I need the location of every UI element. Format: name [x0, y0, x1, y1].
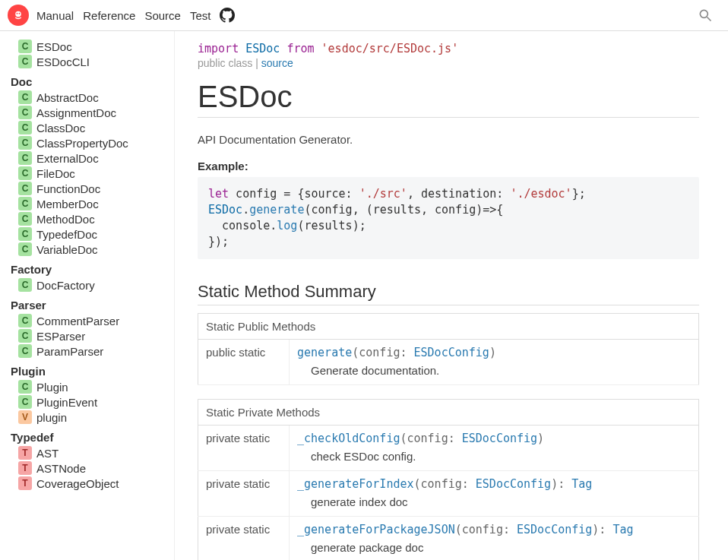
kind-badge: C	[18, 90, 32, 104]
sidebar-item-label: MemberDoc	[36, 198, 99, 210]
sidebar-item-label: AbstractDoc	[36, 91, 99, 104]
sidebar-item[interactable]: CESDocCLI	[9, 54, 168, 69]
section-static-methods: Static Method Summary	[198, 282, 699, 305]
sidebar-item-label: FunctionDoc	[36, 182, 100, 195]
svg-line-4	[707, 17, 711, 21]
sidebar-item-label: plugin	[36, 411, 67, 424]
search-icon[interactable]	[698, 8, 713, 23]
sidebar-item[interactable]: CPlugin	[9, 379, 168, 394]
kind-badge: C	[18, 395, 32, 409]
sidebar-item-label: ESDoc	[36, 40, 72, 53]
sidebar-item[interactable]: CClassDoc	[9, 120, 168, 135]
source-link[interactable]: source	[261, 57, 293, 69]
main-content: import ESDoc from 'esdoc/src/ESDoc.js' p…	[175, 31, 722, 560]
sidebar-item[interactable]: CMemberDoc	[9, 196, 168, 211]
sidebar-item[interactable]: TCoverageObject	[9, 476, 168, 491]
sidebar-item[interactable]: CFileDoc	[9, 166, 168, 181]
nav-test[interactable]: Test	[190, 9, 211, 22]
sidebar-item[interactable]: CAssignmentDoc	[9, 105, 168, 120]
sidebar-item-label: MethodDoc	[36, 213, 95, 226]
kind-badge: C	[18, 380, 32, 394]
kind-badge: C	[18, 136, 32, 150]
sidebar-item[interactable]: CMethodDoc	[9, 211, 168, 226]
method-access: private static	[198, 426, 290, 471]
svg-point-1	[17, 13, 18, 14]
method-access: private static	[198, 471, 290, 517]
nav-source[interactable]: Source	[144, 9, 181, 22]
method-signature[interactable]: _generateForPackageJSON(config: ESDocCon…	[297, 523, 691, 536]
page-title: ESDoc	[198, 80, 699, 118]
sidebar-item[interactable]: TASTNode	[9, 460, 168, 476]
method-signature[interactable]: _checkOldConfig(config: ESDocConfig)	[297, 432, 691, 445]
sidebar-item-label: ClassDoc	[36, 122, 85, 134]
kind-badge: C	[18, 344, 32, 358]
sidebar-item-label: ESDocCLI	[36, 55, 90, 68]
method-signature[interactable]: _generateForIndex(config: ESDocConfig): …	[297, 477, 691, 491]
nav-manual[interactable]: Manual	[36, 9, 74, 22]
method-description: generate package doc	[311, 541, 691, 554]
sidebar-item[interactable]: CClassPropertyDoc	[9, 135, 168, 150]
sidebar-item-label: CoverageObject	[36, 477, 119, 490]
kind-badge: C	[18, 166, 32, 180]
sidebar-item[interactable]: CParamParser	[9, 343, 168, 359]
sidebar-item-label: ParamParser	[36, 345, 103, 358]
kind-badge: T	[18, 446, 32, 460]
method-access: public static	[198, 340, 290, 385]
sidebar-item-label: ASTNode	[36, 462, 86, 475]
public-caption: Static Public Methods	[198, 314, 699, 340]
sidebar: CESDocCESDocCLIDocCAbstractDocCAssignmen…	[0, 31, 175, 560]
kind-badge: C	[18, 121, 32, 134]
nav-reference[interactable]: Reference	[83, 9, 135, 22]
sidebar-item-label: AST	[36, 447, 59, 460]
method-description: Generate documentation.	[311, 364, 691, 377]
kind-badge: C	[18, 151, 32, 165]
sidebar-item-label: ESParser	[36, 330, 85, 343]
sidebar-item[interactable]: CAbstractDoc	[9, 90, 168, 105]
sidebar-item-label: DocFactory	[36, 279, 95, 292]
example-code: let config = {source: './src', destinati…	[198, 177, 699, 259]
kind-badge: C	[18, 212, 32, 226]
github-link[interactable]	[220, 8, 235, 23]
kind-badge: T	[18, 461, 32, 475]
sidebar-item[interactable]: TAST	[9, 445, 168, 460]
kind-badge: C	[18, 329, 32, 343]
logo-icon[interactable]	[8, 5, 29, 26]
method-row: private static_generateForIndex(config: …	[198, 471, 699, 517]
class-description: API Documentation Generator.	[198, 133, 699, 146]
method-row: public staticgenerate(config: ESDocConfi…	[198, 340, 699, 385]
top-header: Manual Reference Source Test	[0, 0, 728, 31]
sidebar-item[interactable]: CVariableDoc	[9, 242, 168, 257]
sidebar-item-label: Plugin	[36, 381, 68, 394]
sidebar-item[interactable]: CFunctionDoc	[9, 181, 168, 196]
sidebar-item-label: ExternalDoc	[36, 152, 99, 165]
private-caption: Static Private Methods	[198, 400, 699, 426]
sidebar-item[interactable]: CCommentParser	[9, 313, 168, 328]
sidebar-item[interactable]: CESDoc	[9, 39, 168, 54]
sidebar-item[interactable]: CDocFactory	[9, 277, 168, 293]
sidebar-item[interactable]: CPluginEvent	[9, 394, 168, 410]
sidebar-item[interactable]: Vplugin	[9, 410, 168, 425]
kind-badge: C	[18, 197, 32, 210]
sidebar-item[interactable]: CExternalDoc	[9, 150, 168, 166]
kind-badge: C	[18, 55, 32, 68]
sidebar-group-title: Doc	[9, 74, 168, 90]
svg-point-3	[700, 10, 707, 17]
kind-badge: C	[18, 242, 32, 256]
method-row: private static_generateForPackageJSON(co…	[198, 517, 699, 561]
sidebar-item-label: PluginEvent	[36, 396, 97, 409]
kind-badge: C	[18, 314, 32, 327]
method-description: generate index doc	[311, 495, 691, 508]
method-access: private static	[198, 517, 290, 561]
method-signature[interactable]: generate(config: ESDocConfig)	[297, 346, 691, 359]
class-meta: public class | source	[198, 57, 699, 69]
github-icon	[220, 8, 235, 23]
sidebar-item[interactable]: CTypedefDoc	[9, 226, 168, 242]
kind-badge: C	[18, 106, 32, 119]
sidebar-group-title: Parser	[9, 297, 168, 313]
kind-badge: T	[18, 476, 32, 490]
method-row: private static_checkOldConfig(config: ES…	[198, 426, 699, 471]
sidebar-item-label: FileDoc	[36, 167, 75, 180]
kind-badge: V	[18, 410, 32, 424]
method-description: check ESDoc config.	[311, 450, 691, 463]
sidebar-item[interactable]: CESParser	[9, 328, 168, 343]
